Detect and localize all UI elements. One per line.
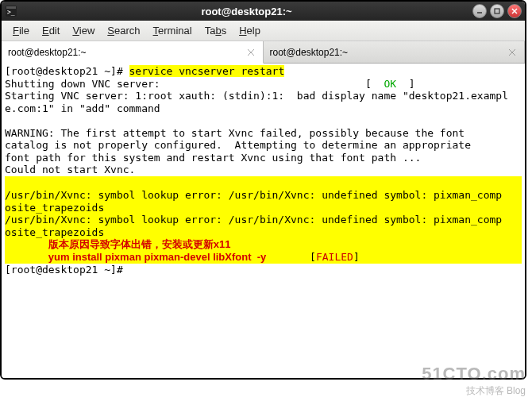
minimize-button[interactable]	[472, 4, 487, 18]
watermark-logo: 51CTO.com	[422, 364, 526, 384]
tab-label: root@desktop21:~	[8, 47, 87, 58]
output-line: /usr/bin/Xvnc: symbol lookup error: /usr…	[5, 189, 502, 201]
status-ok: OK	[384, 78, 396, 90]
output-line: osite_trapezoids	[5, 226, 104, 238]
close-button[interactable]	[507, 4, 522, 18]
svg-rect-4	[495, 9, 499, 13]
output-line: e.com:1" in "add" command	[5, 102, 160, 114]
output-line: WARNING: The first attempt to start Xvnc…	[5, 127, 465, 139]
maximize-button[interactable]	[490, 4, 504, 18]
output-line: Starting VNC server: 1:root xauth: (stdi…	[5, 90, 508, 102]
app-icon: >_	[2, 5, 21, 17]
prompt: [root@desktop21 ~]#	[5, 65, 129, 77]
command-highlight: service vncserver restart	[129, 65, 285, 77]
close-icon[interactable]	[245, 47, 256, 58]
menu-edit[interactable]: Edit	[36, 23, 66, 38]
tab-2[interactable]: root@desktop21:~	[264, 41, 526, 63]
output-line: catalog is not properly configured. Atte…	[5, 139, 471, 151]
terminal-output[interactable]: [root@desktop21 ~]# service vncserver re…	[2, 64, 525, 378]
tab-label: root@desktop21:~	[270, 47, 349, 58]
tab-1[interactable]: root@desktop21:~	[2, 41, 264, 64]
window-title: root@desktop21:~	[21, 6, 472, 17]
tab-bar: root@desktop21:~ root@desktop21:~	[2, 41, 525, 64]
output-line: Shutting down VNC server: [	[5, 78, 384, 90]
terminal-window: >_ root@desktop21:~ File Edit View Searc…	[0, 0, 526, 380]
output-line: Could not start Xvnc.	[5, 164, 135, 175]
output-line: ]	[396, 78, 414, 90]
svg-text:>_: >_	[7, 9, 15, 16]
output-line: font path for this system and restart Xv…	[5, 152, 421, 164]
close-icon[interactable]	[507, 47, 518, 58]
annotation-text: yum install pixman pixman-devel libXfont…	[48, 251, 267, 263]
titlebar[interactable]: >_ root@desktop21:~	[2, 2, 525, 21]
prompt: [root@desktop21 ~]#	[5, 264, 129, 276]
output-line: osite_trapezoids	[5, 202, 104, 214]
menu-terminal[interactable]: Terminal	[147, 23, 199, 38]
watermark: 51CTO.com 技术博客 Blog	[422, 364, 526, 398]
status-failed: FAILED	[316, 251, 353, 263]
output-line: /usr/bin/Xvnc: symbol lookup error: /usr…	[5, 214, 502, 226]
menubar: File Edit View Search Terminal Tabs Help	[2, 21, 525, 41]
annotation-text: 版本原因导致字体出错，安装或更新x11	[48, 238, 231, 250]
menu-view[interactable]: View	[66, 23, 101, 38]
watermark-subtitle: 技术博客 Blog	[422, 384, 526, 398]
menu-search[interactable]: Search	[101, 23, 146, 38]
menu-help[interactable]: Help	[233, 23, 267, 38]
menu-file[interactable]: File	[6, 23, 36, 38]
error-block: /usr/bin/Xvnc: symbol lookup error: /usr…	[5, 176, 522, 264]
menu-tabs[interactable]: Tabs	[199, 23, 233, 38]
